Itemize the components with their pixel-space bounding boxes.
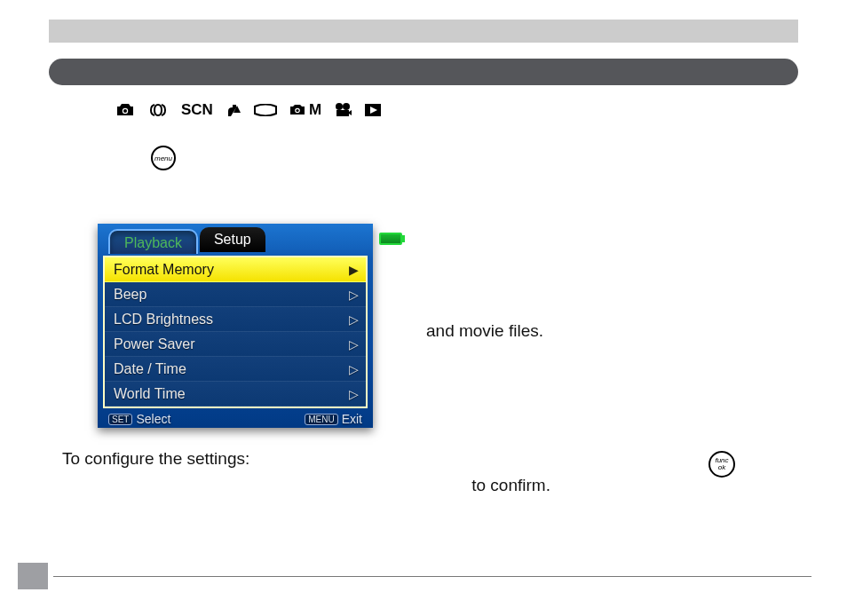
body-text-movie-files: and movie files. [426,321,543,341]
page-number-box [18,563,48,589]
mode-icon-row: SCN M [115,101,847,119]
body-text-configure: To configure the settings: [62,449,249,469]
chevron-right-icon: ▷ [349,288,359,302]
panorama-icon [254,104,277,116]
menu-item-world-time[interactable]: World Time ▷ [105,382,366,407]
anti-shake-icon [147,103,169,117]
lcd-footer-exit-label: Exit [342,412,362,426]
scn-mode-label: SCN [181,101,213,119]
camera-lcd-screenshot: Playback Setup Format Memory ▶ Beep ▷ LC… [98,224,373,428]
menu-item-beep[interactable]: Beep ▷ [105,282,366,307]
chevron-right-icon: ▷ [349,337,359,351]
menu-item-label: Format Memory [114,262,214,278]
scene-person-icon [226,102,241,118]
menu-item-label: Beep [114,287,146,303]
playback-icon [364,103,382,117]
body-text-confirm: to confirm. [471,476,550,495]
chevron-right-icon: ▶ [349,263,359,277]
tab-playback[interactable]: Playback [108,229,198,254]
svg-point-1 [123,109,127,113]
lcd-footer-select-label: Select [136,412,170,426]
svg-point-3 [296,109,298,112]
chevron-right-icon: ▷ [349,387,359,401]
svg-rect-6 [336,110,349,116]
manual-mode-m: M [309,101,321,119]
menu-item-label: World Time [114,386,186,402]
setup-menu-list: Format Memory ▶ Beep ▷ LCD Brightness ▷ … [103,256,368,408]
func-label-bottom: ok [718,464,725,471]
menu-item-label: Power Saver [114,336,195,352]
lcd-footer-exit: MENU Exit [305,412,362,426]
chevron-right-icon: ▷ [349,312,359,327]
menu-key-badge: MENU [305,414,337,425]
camera-icon [115,103,135,117]
menu-item-format-memory[interactable]: Format Memory ▶ [105,257,366,282]
lcd-tab-row: Playback Setup [108,227,368,254]
menu-item-power-saver[interactable]: Power Saver ▷ [105,332,366,357]
menu-item-date-time[interactable]: Date / Time ▷ [105,357,366,382]
lcd-footer: SET Select MENU Exit [103,408,368,428]
chevron-right-icon: ▷ [349,362,359,376]
svg-point-5 [343,103,350,110]
func-ok-button-icon: func ok [708,451,735,478]
menu-item-label: Date / Time [114,361,186,377]
menu-item-lcd-brightness[interactable]: LCD Brightness ▷ [105,307,366,332]
set-key-badge: SET [108,414,132,425]
section-title-bar [49,59,798,85]
manual-mode-icon: M [289,101,321,119]
top-grey-bar [49,20,798,43]
menu-item-label: LCD Brightness [114,312,213,328]
svg-point-4 [336,103,343,110]
page-footer-rule [53,576,811,577]
tab-setup[interactable]: Setup [200,227,265,252]
battery-icon [379,233,405,245]
movie-icon [334,102,352,118]
menu-button-icon: menu [151,146,176,170]
menu-button-label: menu [154,154,172,162]
lcd-footer-select: SET Select [108,412,170,426]
